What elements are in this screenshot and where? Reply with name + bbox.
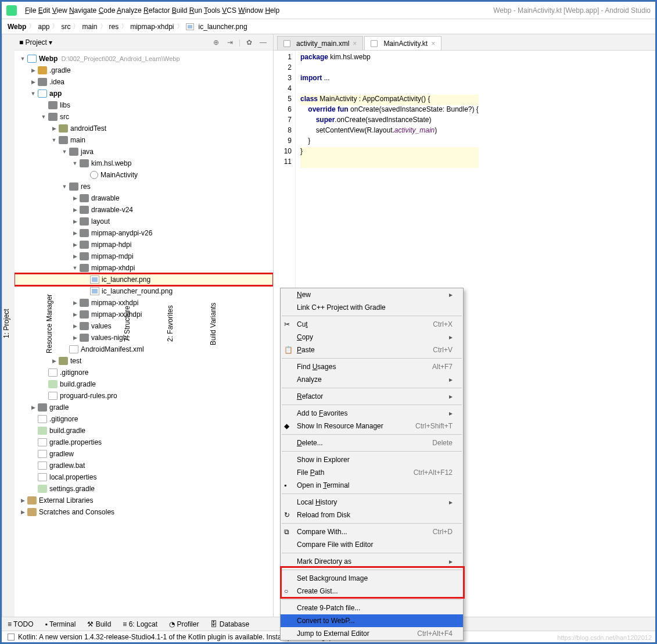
tree-item[interactable]: java — [15, 146, 273, 158]
left-tool-rail[interactable]: 1: Project Resource Manager 7: Structure… — [2, 34, 15, 617]
tree-item[interactable]: libs — [15, 99, 273, 111]
menu-file[interactable]: File — [25, 6, 36, 15]
close-icon[interactable]: × — [353, 40, 357, 48]
menu-tools[interactable]: Tools — [204, 6, 220, 15]
menu-item[interactable]: Add to Favorites▸ — [281, 407, 463, 420]
menu-item[interactable]: New▸ — [281, 288, 463, 301]
tree-item[interactable]: .idea — [15, 76, 273, 88]
menu-item[interactable]: Set Background Image — [281, 572, 463, 585]
menu-item[interactable]: ⧉Compare With...Ctrl+D — [281, 525, 463, 538]
tree-item[interactable]: mipmap-hdpi — [15, 239, 273, 251]
rail-structure[interactable]: 7: Structure — [123, 306, 131, 342]
tree-item[interactable]: build.gradle — [15, 425, 273, 437]
crumb-0[interactable]: Webp — [8, 23, 26, 31]
menu-item[interactable]: 📋PasteCtrl+V — [281, 344, 463, 356]
tree-item[interactable]: main — [15, 134, 273, 146]
project-view-selector[interactable]: ■ Project ▾ — [19, 38, 52, 46]
tree-item[interactable]: app — [15, 88, 273, 99]
crumb-1[interactable]: app — [38, 23, 49, 31]
crumb-5[interactable]: mipmap-xhdpi — [130, 23, 174, 31]
tree-item[interactable]: res — [15, 181, 273, 192]
menu-item[interactable]: Copy▸ — [281, 331, 463, 344]
menu-build[interactable]: Build — [172, 6, 188, 15]
menu-item[interactable]: Create 9-Patch file... — [281, 602, 463, 614]
menu-item[interactable]: ▪Open in Terminal — [281, 479, 463, 492]
bottom-6: logcat[interactable]: ≡ 6: Logcat — [123, 620, 157, 628]
menu-item[interactable]: ↻Reload from Disk — [281, 509, 463, 521]
window-title: Webp - MainActivity.kt [Webp.app] - Andr… — [493, 6, 651, 15]
tree-item[interactable]: gradle.properties — [15, 437, 273, 448]
tree-item[interactable]: src — [15, 111, 273, 123]
menu-item[interactable]: Show in Explorer — [281, 453, 463, 466]
menu-item[interactable]: Local History▸ — [281, 496, 463, 509]
tab-MainActivity.kt[interactable]: MainActivity.kt × — [364, 36, 441, 50]
menu-edit[interactable]: Edit — [38, 6, 51, 15]
crumb-6[interactable]: ic_launcher.png — [186, 23, 247, 31]
tree-item[interactable]: ic_launcher.png — [15, 274, 273, 285]
context-menu[interactable]: New▸Link C++ Project with Gradle✂CutCtrl… — [280, 288, 464, 641]
crumb-4[interactable]: res — [109, 23, 119, 31]
tab-activity_main.xml[interactable]: activity_main.xml × — [277, 36, 363, 50]
tree-root[interactable]: WebpD:\002_Project\002_Android_Learn\Web… — [15, 53, 273, 65]
tree-item[interactable]: local.properties — [15, 471, 273, 483]
tree-item[interactable]: proguard-rules.pro — [15, 390, 273, 402]
menu-analyze[interactable]: Analyze — [117, 6, 142, 15]
menu-help[interactable]: Help — [265, 6, 279, 15]
menu-item[interactable]: Analyze▸ — [281, 373, 463, 386]
bottom-profiler[interactable]: ◔ Profiler — [169, 620, 199, 628]
settings-icon[interactable]: ✿ — [244, 37, 254, 48]
locate-icon[interactable]: ⊕ — [211, 37, 221, 48]
menu-item[interactable]: Link C++ Project with Gradle — [281, 301, 463, 314]
menu-item[interactable]: Compare File with Editor — [281, 538, 463, 551]
hide-icon[interactable]: — — [258, 37, 268, 48]
tree-item[interactable]: gradlew — [15, 448, 273, 460]
menu-run[interactable]: Run — [189, 6, 202, 15]
menu-navigate[interactable]: Navigate — [69, 6, 96, 15]
tree-item[interactable]: drawable-v24 — [15, 204, 273, 216]
menu-item[interactable]: Convert to WebP... — [281, 614, 463, 627]
tree-ext[interactable]: Scratches and Consoles — [15, 506, 273, 518]
tree-item[interactable]: layout — [15, 216, 273, 227]
tree-item[interactable]: gradlew.bat — [15, 460, 273, 471]
collapse-icon[interactable]: ⇥ — [225, 37, 235, 48]
bottom-terminal[interactable]: ▪ Terminal — [45, 620, 76, 628]
tree-item[interactable]: mipmap-xhdpi — [15, 262, 273, 274]
tree-ext[interactable]: External Libraries — [15, 495, 273, 506]
tree-item[interactable]: androidTest — [15, 123, 273, 134]
tree-item[interactable]: .gitignore — [15, 367, 273, 378]
rail-project[interactable]: 1: Project — [2, 309, 10, 339]
tree-item[interactable]: mipmap-mdpi — [15, 251, 273, 262]
tree-item[interactable]: kim.hsl.webp — [15, 158, 273, 169]
menu-item[interactable]: Delete...Delete — [281, 437, 463, 449]
tree-item[interactable]: .gitignore — [15, 413, 273, 425]
rail-resource-manager[interactable]: Resource Manager — [45, 294, 53, 353]
menu-refactor[interactable]: Refactor — [143, 6, 170, 15]
tree-item[interactable]: test — [15, 355, 273, 367]
menu-item[interactable]: Jump to External EditorCtrl+Alt+F4 — [281, 627, 463, 640]
menu-item[interactable]: ○Create Gist... — [281, 585, 463, 598]
rail-favorites[interactable]: 2: Favorites — [166, 306, 174, 342]
menu-item[interactable]: Find UsagesAlt+F7 — [281, 360, 463, 373]
tree-item[interactable]: drawable — [15, 192, 273, 204]
menu-item[interactable]: ◆Show In Resource ManagerCtrl+Shift+T — [281, 420, 463, 432]
bottom-database[interactable]: 🗄 Database — [210, 620, 249, 628]
menu-view[interactable]: View — [52, 6, 67, 15]
crumb-3[interactable]: main — [82, 23, 97, 31]
menu-item[interactable]: File PathCtrl+Alt+F12 — [281, 466, 463, 479]
tree-item[interactable]: settings.gradle — [15, 483, 273, 495]
menu-window[interactable]: Window — [238, 6, 263, 15]
menu-item[interactable]: Refactor▸ — [281, 390, 463, 403]
tree-item[interactable]: build.gradle — [15, 378, 273, 390]
close-icon[interactable]: × — [431, 40, 435, 48]
rail-build-variants[interactable]: Build Variants — [209, 302, 217, 345]
menu-item[interactable]: ✂CutCtrl+X — [281, 318, 463, 331]
bottom-build[interactable]: ⚒ Build — [87, 620, 111, 628]
tree-item[interactable]: MainActivity — [15, 169, 273, 181]
tree-item[interactable]: .gradle — [15, 65, 273, 76]
tree-item[interactable]: gradle — [15, 402, 273, 413]
bottom-todo[interactable]: ≡ TODO — [8, 620, 34, 628]
menu-code[interactable]: Code — [99, 6, 116, 15]
menu-vcs[interactable]: VCS — [222, 6, 236, 15]
crumb-2[interactable]: src — [61, 23, 70, 31]
tree-item[interactable]: mipmap-anydpi-v26 — [15, 227, 273, 239]
